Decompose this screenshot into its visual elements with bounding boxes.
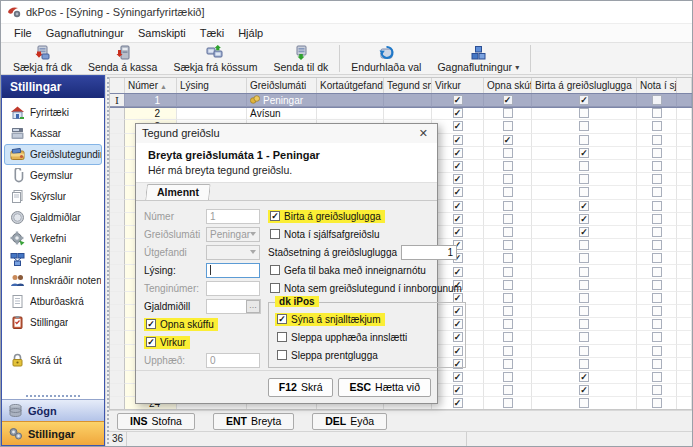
checkbox-cell (637, 147, 677, 160)
checkbox-cell (637, 160, 677, 173)
checkbox-cell (532, 120, 637, 133)
checked-checkbox-icon (579, 372, 589, 382)
title-bar: dkPos - [Sýning - Sýningarfyrirtækið] (1, 1, 692, 23)
sidebar-item-kassar[interactable]: Kassar (4, 123, 102, 144)
unchecked-checkbox-icon (652, 267, 662, 277)
checkbox-cell (637, 120, 677, 133)
gjaldmidill-browse-button[interactable]: … (246, 300, 260, 313)
column-header-virkur[interactable]: Virkur (432, 78, 484, 93)
sidebar-tab-gogn[interactable]: Gögn (2, 399, 104, 421)
stadsetning-input[interactable]: 1 (401, 245, 457, 260)
virkur-checkbox[interactable]: Virkur (144, 336, 190, 349)
sidebar-item-gjaldmi-lar[interactable]: Gjaldmiðlar (4, 207, 102, 228)
menu-item-file[interactable]: File (7, 25, 39, 41)
checkbox-cell (432, 134, 484, 147)
checkbox-cell (532, 305, 637, 318)
table-row[interactable]: 2Ávísun (110, 107, 692, 120)
checkbox-cell (432, 173, 484, 186)
record-count: 36 (109, 432, 127, 446)
row-indicator-cell (110, 134, 125, 147)
tab-almennt[interactable]: Almennt (145, 184, 211, 200)
menu-item-hj-lp[interactable]: Hjálp (231, 25, 270, 41)
sidebar-item-stillingar[interactable]: Stillingar (4, 312, 102, 333)
upphaed-label: Upphæð: (144, 355, 206, 366)
syna-a-snjalltaekjum-checkbox[interactable]: Sýna á snjalltækjum (275, 313, 384, 326)
lysing-input[interactable] (206, 263, 260, 278)
checkbox-cell (484, 134, 532, 147)
unchecked-checkbox-icon (652, 398, 662, 408)
grid-cell (677, 173, 692, 186)
sidebar-item-verkefni[interactable]: Verkefni (4, 228, 102, 249)
row-indicator-cell (110, 147, 125, 160)
sidebar-item-grei-slutegundir[interactable]: Greiðslutegundir (4, 144, 102, 165)
checked-checkbox-icon (453, 174, 463, 184)
nota-sjalfsafgreidslu-checkbox[interactable]: Nota í sjálfsafgreiðslu (268, 228, 384, 241)
toolbar-button-senda-til-dk[interactable]: Senda til dk (265, 43, 336, 74)
toolbar-button-senda-kassa[interactable]: Senda á kassa (80, 43, 165, 74)
unchecked-checkbox-icon (652, 319, 662, 329)
grid-cell: 1 (125, 94, 177, 107)
column-header-grei-slum-ti[interactable]: Greiðslumáti (247, 78, 317, 93)
birta-checkbox[interactable]: Birta á greiðsluglugga (268, 210, 385, 223)
toolbar-button-s-kja-fr-dk[interactable]: Sækja frá dk (5, 43, 80, 74)
window-title: dkPos - [Sýning - Sýningarfyrirtækið] (26, 6, 205, 18)
grid-cell (317, 107, 384, 120)
menu-item-gagnaflutningur[interactable]: Gagnaflutningur (39, 25, 131, 41)
column-header-birta-grei-sluglugga[interactable]: Birta á greiðsluglugga (532, 78, 637, 93)
nota-sem-greidslutegund-checkbox[interactable]: Nota sem greiðslutegund í innborgunum (268, 282, 466, 295)
checkbox-cell (484, 384, 532, 397)
sidebar-item-geymslur[interactable]: Geymslur (4, 165, 102, 186)
unchecked-checkbox-icon (652, 174, 662, 184)
unchecked-checkbox-icon (652, 253, 662, 263)
row-indicator-cell (110, 107, 125, 120)
sidebar-item-skr-t[interactable]: Skrá út (4, 350, 102, 371)
action-button-breyta[interactable]: ENTBreyta (213, 413, 294, 430)
sidebar-separator (2, 392, 104, 399)
grid-cell (677, 226, 692, 239)
checkbox-cell (637, 173, 677, 186)
cancel-button[interactable]: ESCHætta við (338, 378, 431, 397)
unchecked-checkbox-icon (652, 95, 662, 105)
toolbar-button-endurhla-a-val[interactable]: Endurhlaða val (343, 43, 429, 74)
gefa-til-baka-checkbox[interactable]: Gefa til baka með inneignarnótu (268, 264, 430, 277)
column-header-n-mer[interactable]: Númer▲ (125, 78, 177, 93)
action-button-stofna[interactable]: INSStofna (117, 413, 195, 430)
checkbox-cell (637, 371, 677, 384)
sidebar-item-speglanir[interactable]: Speglanir (4, 249, 102, 270)
checkbox-cell (484, 120, 532, 133)
column-header-l-sing[interactable]: Lýsing (177, 78, 247, 93)
unchecked-checkbox-icon (652, 385, 662, 395)
unchecked-checkbox-icon (503, 385, 513, 395)
tenginumer-input[interactable] (206, 281, 260, 296)
save-button[interactable]: F12Skrá (268, 378, 334, 397)
checkbox-cell (432, 147, 484, 160)
column-header-korta-tgefandi[interactable]: Kortaútgefandi (317, 78, 384, 93)
row-indicator-cell (110, 265, 125, 278)
sidebar-item-sk-rslur[interactable]: Skýrslur (4, 186, 102, 207)
settings-icon (10, 315, 25, 330)
opna-skuffu-checkbox[interactable]: Opna skúffu (144, 318, 218, 331)
column-header-tegund-snjallt[interactable]: Tegund snjallt... (384, 78, 432, 93)
sidebar-item-fyrirt-ki[interactable]: Fyrirtæki (4, 102, 102, 123)
close-icon[interactable]: ✕ (416, 127, 431, 140)
unchecked-checkbox-icon (503, 187, 513, 197)
menu-item-t-ki[interactable]: Tæki (193, 25, 231, 41)
sidebar-tab-stillingar[interactable]: Stillingar (2, 421, 104, 445)
sidebar-item-atbur-askr[interactable]: Atburðaskrá (4, 291, 102, 312)
column-header-opna-sk-ffu[interactable]: Opna skúffu (484, 78, 532, 93)
sidebar-item-innskr-ir-notendur[interactable]: Innskráðir notendur (4, 270, 102, 291)
action-button-ey-a[interactable]: DELEyða (312, 413, 387, 430)
data-icon (8, 403, 23, 418)
grid-cell (677, 305, 692, 318)
toolbar-button-s-kja-fr-k-ssum[interactable]: Sækja frá kössum (165, 43, 265, 74)
sleppa-upphaeda-checkbox[interactable]: Sleppa upphæða innslætti (275, 331, 411, 344)
checked-checkbox-icon (453, 398, 463, 408)
table-row[interactable]: I1Peningar (110, 94, 692, 107)
column-header-blank (110, 78, 125, 93)
column-header-nota-sj[interactable]: Nota í sj... (637, 78, 677, 93)
app-window: dkPos - [Sýning - Sýningarfyrirtækið] Fi… (0, 0, 693, 447)
menu-item-samskipti[interactable]: Samskipti (131, 25, 193, 41)
sleppa-prentglugga-checkbox[interactable]: Sleppa prentglugga (275, 349, 382, 362)
dk-ipos-group: dk iPos Sýna á snjalltækjum Sleppa upphæ… (268, 302, 466, 368)
toolbar-button-gagnaflutningur[interactable]: Gagnaflutningur▾ (429, 43, 527, 74)
